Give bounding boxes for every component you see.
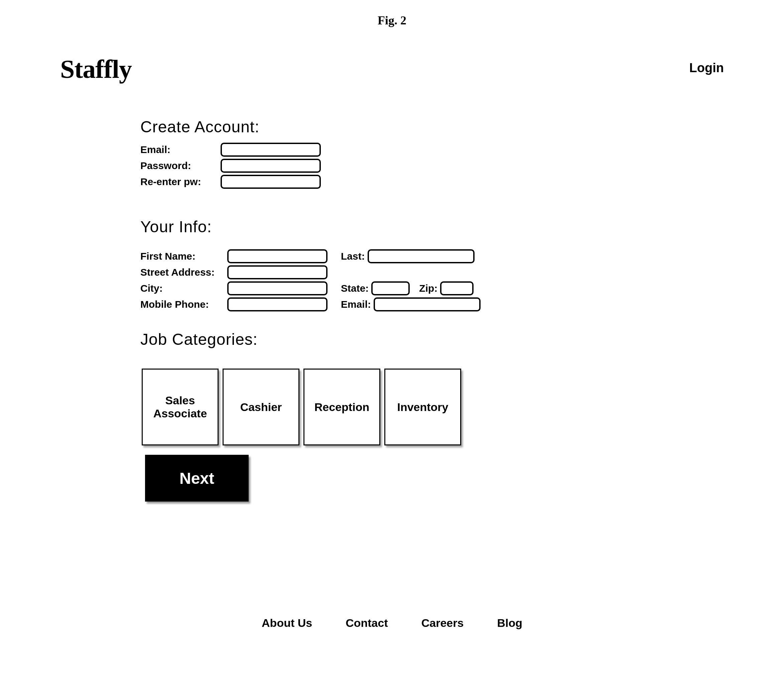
main-content: Create Account: Email: Password: Re-ente… (0, 84, 784, 502)
city-input[interactable] (227, 281, 327, 295)
row-reenter-pw: Re-enter pw: (140, 175, 784, 189)
next-button[interactable]: Next (145, 455, 249, 502)
job-tile-cashier[interactable]: Cashier (223, 369, 300, 446)
info-email-input[interactable] (374, 297, 481, 311)
footer-careers[interactable]: Careers (422, 617, 464, 630)
footer-nav: About Us Contact Careers Blog (0, 617, 784, 630)
footer-contact[interactable]: Contact (346, 617, 388, 630)
last-name-input[interactable] (367, 249, 475, 263)
email-label: Email: (140, 144, 221, 156)
info-email-label: Email: (341, 299, 371, 310)
mobile-phone-label: Mobile Phone: (140, 299, 227, 310)
reenter-pw-input[interactable] (221, 175, 321, 189)
state-label: State: (341, 283, 369, 294)
zip-input[interactable] (440, 281, 473, 295)
header: Staffly Login (0, 54, 784, 84)
row-first-name: First Name: Last: (140, 249, 784, 263)
footer-about-us[interactable]: About Us (262, 617, 312, 630)
job-tile-inventory[interactable]: Inventory (384, 369, 461, 446)
login-link[interactable]: Login (689, 54, 724, 75)
mobile-phone-input[interactable] (227, 297, 327, 311)
job-tile-reception[interactable]: Reception (303, 369, 380, 446)
row-street-address: Street Address: (140, 265, 784, 279)
street-address-label: Street Address: (140, 267, 227, 278)
row-mobile-phone: Mobile Phone: Email: (140, 297, 784, 311)
state-input[interactable] (371, 281, 410, 295)
row-city: City: State: Zip: (140, 281, 784, 295)
job-tile-sales-associate[interactable]: Sales Associate (142, 369, 218, 446)
zip-label: Zip: (419, 283, 438, 294)
first-name-label: First Name: (140, 251, 227, 262)
footer-blog[interactable]: Blog (497, 617, 522, 630)
job-tiles-row: Sales Associate Cashier Reception Invent… (142, 369, 784, 446)
reenter-pw-label: Re-enter pw: (140, 176, 221, 188)
email-input[interactable] (221, 143, 321, 157)
row-email: Email: (140, 143, 784, 157)
street-address-input[interactable] (227, 265, 327, 279)
row-password: Password: (140, 159, 784, 173)
city-label: City: (140, 283, 227, 294)
create-account-title: Create Account: (140, 118, 784, 136)
your-info-title: Your Info: (140, 218, 784, 236)
password-input[interactable] (221, 159, 321, 173)
first-name-input[interactable] (227, 249, 327, 263)
figure-label: Fig. 2 (0, 0, 784, 54)
password-label: Password: (140, 160, 221, 172)
brand-logo: Staffly (60, 54, 131, 84)
job-categories-title: Job Categories: (140, 330, 784, 348)
last-name-label: Last: (341, 251, 365, 262)
